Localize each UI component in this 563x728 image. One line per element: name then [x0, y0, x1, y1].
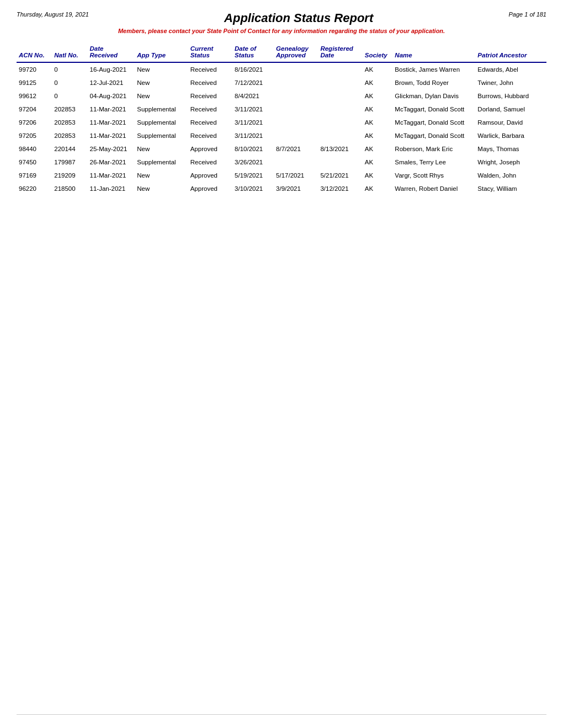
table-row: 9720620285311-Mar-2021SupplementalReceiv…	[17, 116, 546, 129]
cell-acn: 97205	[17, 129, 52, 142]
page-number: Page 1 of 181	[508, 11, 546, 18]
cell-registered_date: 5/21/2021	[318, 169, 362, 182]
cell-registered_date	[318, 156, 362, 169]
col-header-name: Name	[392, 43, 475, 62]
cell-natl: 0	[52, 76, 87, 89]
cell-natl: 202853	[52, 129, 87, 142]
cell-acn: 99125	[17, 76, 52, 89]
cell-date_of_status: 3/11/2021	[232, 103, 274, 116]
table-row: 99125012-Jul-2021NewReceived7/12/2021AKB…	[17, 76, 546, 89]
cell-date_received: 11-Mar-2021	[88, 116, 135, 129]
cell-society: AK	[363, 169, 393, 182]
subtitle: Members, please contact your State Point…	[17, 28, 546, 34]
cell-genealogy_approved: 3/9/2021	[274, 182, 318, 195]
cell-society: AK	[363, 116, 393, 129]
cell-patriot_ancestor: Wright, Joseph	[475, 156, 546, 169]
cell-acn: 98440	[17, 142, 52, 156]
cell-date_of_status: 3/26/2021	[232, 156, 274, 169]
cell-name: Brown, Todd Royer	[392, 76, 475, 89]
cell-name: Warren, Robert Daniel	[392, 182, 475, 195]
cell-genealogy_approved	[274, 89, 318, 103]
cell-society: AK	[363, 62, 393, 76]
table-row: 9720420285311-Mar-2021SupplementalReceiv…	[17, 103, 546, 116]
cell-patriot_ancestor: Burrows, Hubbard	[475, 89, 546, 103]
cell-app_type: New	[135, 182, 188, 195]
table-row: 9622021850011-Jan-2021NewApproved3/10/20…	[17, 182, 546, 195]
col-header-genealogy: GenealogyApproved	[274, 43, 318, 62]
cell-current_status: Received	[188, 129, 232, 142]
cell-current_status: Approved	[188, 169, 232, 182]
cell-natl: 202853	[52, 103, 87, 116]
col-header-acn: ACN No.	[17, 43, 52, 62]
cell-patriot_ancestor: Twiner, John	[475, 76, 546, 89]
cell-date_received: 12-Jul-2021	[88, 76, 135, 89]
cell-genealogy_approved: 8/7/2021	[274, 142, 318, 156]
cell-natl: 218500	[52, 182, 87, 195]
col-header-registered-date: RegisteredDate	[318, 43, 362, 62]
cell-society: AK	[363, 103, 393, 116]
cell-app_type: New	[135, 76, 188, 89]
cell-patriot_ancestor: Ramsour, David	[475, 116, 546, 129]
date-label: Thursday, August 19, 2021	[17, 11, 89, 18]
cell-patriot_ancestor: Walden, John	[475, 169, 546, 182]
cell-genealogy_approved	[274, 76, 318, 89]
cell-date_received: 25-May-2021	[88, 142, 135, 156]
cell-date_of_status: 5/19/2021	[232, 169, 274, 182]
col-header-app-type: App Type	[135, 43, 188, 62]
cell-registered_date	[318, 76, 362, 89]
cell-date_of_status: 8/16/2021	[232, 62, 274, 76]
cell-registered_date	[318, 116, 362, 129]
col-header-current-status: CurrentStatus	[188, 43, 232, 62]
cell-current_status: Received	[188, 62, 232, 76]
cell-patriot_ancestor: Edwards, Abel	[475, 62, 546, 76]
col-header-patriot-ancestor: Patriot Ancestor	[475, 43, 546, 62]
cell-genealogy_approved	[274, 116, 318, 129]
cell-name: Vargr, Scott Rhys	[392, 169, 475, 182]
cell-name: Bostick, James Warren	[392, 62, 475, 76]
cell-society: AK	[363, 129, 393, 142]
cell-natl: 179987	[52, 156, 87, 169]
cell-natl: 219209	[52, 169, 87, 182]
cell-natl: 0	[52, 62, 87, 76]
cell-date_received: 11-Mar-2021	[88, 103, 135, 116]
cell-registered_date	[318, 103, 362, 116]
cell-registered_date	[318, 89, 362, 103]
cell-genealogy_approved	[274, 129, 318, 142]
cell-acn: 99720	[17, 62, 52, 76]
cell-app_type: Supplemental	[135, 156, 188, 169]
cell-acn: 97204	[17, 103, 52, 116]
col-header-society: Society	[363, 43, 393, 62]
cell-app_type: New	[135, 142, 188, 156]
col-header-date-received: DateReceived	[88, 43, 135, 62]
cell-name: Glickman, Dylan Davis	[392, 89, 475, 103]
col-header-natl: Natl No.	[52, 43, 87, 62]
cell-patriot_ancestor: Warlick, Barbara	[475, 129, 546, 142]
cell-date_received: 11-Mar-2021	[88, 169, 135, 182]
cell-name: Roberson, Mark Eric	[392, 142, 475, 156]
cell-date_received: 26-Mar-2021	[88, 156, 135, 169]
cell-acn: 97206	[17, 116, 52, 129]
cell-current_status: Received	[188, 103, 232, 116]
cell-genealogy_approved	[274, 103, 318, 116]
cell-genealogy_approved	[274, 156, 318, 169]
cell-natl: 202853	[52, 116, 87, 129]
cell-app_type: Supplemental	[135, 103, 188, 116]
cell-current_status: Received	[188, 156, 232, 169]
cell-acn: 99612	[17, 89, 52, 103]
cell-patriot_ancestor: Mays, Thomas	[475, 142, 546, 156]
table-row: 9844022014425-May-2021NewApproved8/10/20…	[17, 142, 546, 156]
cell-current_status: Received	[188, 76, 232, 89]
col-header-date-of-status: Date ofStatus	[232, 43, 274, 62]
cell-society: AK	[363, 89, 393, 103]
cell-society: AK	[363, 156, 393, 169]
cell-date_of_status: 3/11/2021	[232, 129, 274, 142]
table-row: 9720520285311-Mar-2021SupplementalReceiv…	[17, 129, 546, 142]
table-row: 9716921920911-Mar-2021NewApproved5/19/20…	[17, 169, 546, 182]
cell-date_received: 04-Aug-2021	[88, 89, 135, 103]
cell-name: McTaggart, Donald Scott	[392, 116, 475, 129]
cell-date_received: 11-Mar-2021	[88, 129, 135, 142]
table-header-row: ACN No. Natl No. DateReceived App Type C…	[17, 43, 546, 62]
cell-current_status: Approved	[188, 142, 232, 156]
cell-society: AK	[363, 76, 393, 89]
cell-patriot_ancestor: Stacy, William	[475, 182, 546, 195]
